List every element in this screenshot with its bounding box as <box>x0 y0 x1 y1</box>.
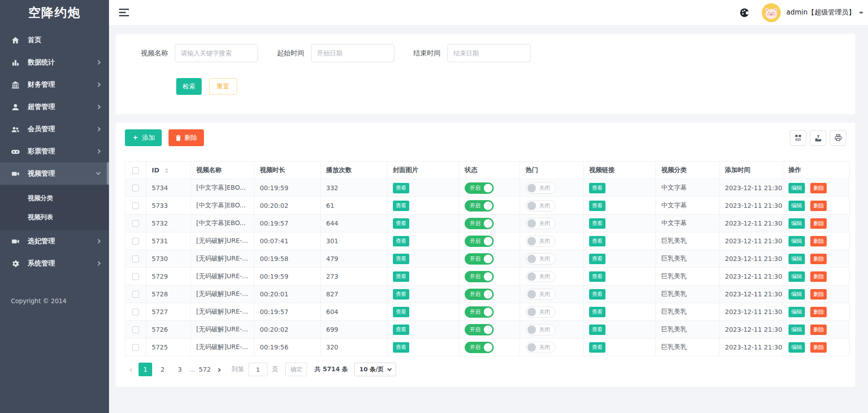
sidebar-scrollbar[interactable] <box>107 162 109 185</box>
status-toggle-on[interactable]: 开启 <box>465 236 494 247</box>
start-date-input[interactable] <box>311 44 394 62</box>
hot-toggle-off[interactable]: 关闭 <box>526 182 556 194</box>
goto-page-input[interactable] <box>248 363 268 376</box>
cover-view-button[interactable]: 查看 <box>393 289 409 300</box>
reset-button[interactable]: 重置 <box>209 78 237 95</box>
sidebar-item-statistics[interactable]: 数据统计 <box>0 51 109 74</box>
delete-button[interactable]: 删除 <box>810 183 827 193</box>
edit-button[interactable]: 编辑 <box>789 183 805 193</box>
video-name-input[interactable] <box>175 44 258 62</box>
row-checkbox[interactable] <box>132 309 139 315</box>
link-view-button[interactable]: 查看 <box>589 307 605 317</box>
delete-button[interactable]: 删除 <box>810 289 827 300</box>
link-view-button[interactable]: 查看 <box>589 201 605 211</box>
export-button[interactable] <box>810 130 826 146</box>
cover-view-button[interactable]: 查看 <box>393 183 409 193</box>
sidebar-item-system[interactable]: 系统管理 <box>0 252 109 275</box>
sidebar-item-concubine[interactable]: 选妃管理 <box>0 230 109 252</box>
link-view-button[interactable]: 查看 <box>589 183 605 193</box>
hot-toggle-off[interactable]: 关闭 <box>526 218 556 229</box>
link-view-button[interactable]: 查看 <box>589 271 605 282</box>
theme-palette-icon[interactable] <box>739 7 750 18</box>
row-checkbox[interactable] <box>132 238 139 245</box>
cover-view-button[interactable]: 查看 <box>393 218 409 229</box>
row-checkbox[interactable] <box>132 256 139 262</box>
sidebar-item-members[interactable]: 会员管理 <box>0 118 109 140</box>
sidebar-item-home[interactable]: 首页 <box>0 29 109 51</box>
edit-button[interactable]: 编辑 <box>789 271 805 282</box>
delete-button[interactable]: 删除 <box>810 307 827 317</box>
row-checkbox[interactable] <box>132 202 139 209</box>
delete-button[interactable]: 删除 <box>810 201 827 211</box>
edit-button[interactable]: 编辑 <box>789 236 805 246</box>
link-view-button[interactable]: 查看 <box>589 342 605 353</box>
delete-button[interactable]: 删除 <box>810 342 827 353</box>
hot-toggle-off[interactable]: 关闭 <box>526 271 556 282</box>
link-view-button[interactable]: 查看 <box>589 236 605 246</box>
page-number[interactable]: 572 <box>198 363 212 376</box>
delete-button[interactable]: 删除 <box>810 218 827 229</box>
cover-view-button[interactable]: 查看 <box>393 201 409 211</box>
link-view-button[interactable]: 查看 <box>589 218 605 229</box>
edit-button[interactable]: 编辑 <box>789 218 805 229</box>
cover-view-button[interactable]: 查看 <box>393 254 409 264</box>
hot-toggle-off[interactable]: 关闭 <box>526 289 556 300</box>
hot-toggle-off[interactable]: 关闭 <box>526 342 556 353</box>
page-number[interactable]: 2 <box>156 363 169 376</box>
delete-button[interactable]: 删除 <box>810 236 827 246</box>
end-date-input[interactable] <box>447 44 531 62</box>
row-checkbox[interactable] <box>132 344 139 351</box>
edit-button[interactable]: 编辑 <box>789 201 805 211</box>
status-toggle-on[interactable]: 开启 <box>465 306 494 318</box>
sidebar-item-superadmin[interactable]: 超管管理 <box>0 96 109 118</box>
select-all-checkbox[interactable] <box>132 167 139 174</box>
page-number[interactable]: 1 <box>139 363 152 376</box>
prev-page-icon[interactable]: ‹ <box>125 364 137 375</box>
cover-view-button[interactable]: 查看 <box>393 236 409 246</box>
row-checkbox[interactable] <box>132 291 139 298</box>
status-toggle-on[interactable]: 开启 <box>465 342 494 353</box>
hot-toggle-off[interactable]: 关闭 <box>526 200 556 211</box>
delete-button[interactable]: 删除 <box>810 271 827 282</box>
row-checkbox[interactable] <box>132 220 139 227</box>
cover-view-button[interactable]: 查看 <box>393 307 409 317</box>
hot-toggle-off[interactable]: 关闭 <box>526 236 556 247</box>
edit-button[interactable]: 编辑 <box>789 254 805 264</box>
status-toggle-on[interactable]: 开启 <box>465 200 494 211</box>
row-checkbox[interactable] <box>132 326 139 333</box>
sidebar-item-finance[interactable]: 财务管理 <box>0 74 109 96</box>
hot-toggle-off[interactable]: 关闭 <box>526 306 556 318</box>
avatar[interactable] <box>762 3 781 22</box>
print-button[interactable] <box>830 130 846 146</box>
next-page-icon[interactable]: › <box>213 364 225 375</box>
search-button[interactable]: 检索 <box>176 78 202 95</box>
page-size-select[interactable]: 10 条/页 <box>354 363 396 376</box>
status-toggle-on[interactable]: 开启 <box>465 289 494 300</box>
toggle-columns-button[interactable] <box>790 130 806 146</box>
link-view-button[interactable]: 查看 <box>589 324 605 335</box>
page-number[interactable]: 3 <box>173 363 187 376</box>
cover-view-button[interactable]: 查看 <box>393 342 409 353</box>
sidebar-item-video-category[interactable]: 视频分类 <box>0 188 109 207</box>
sidebar-item-lottery[interactable]: 彩票管理 <box>0 140 109 162</box>
hot-toggle-off[interactable]: 关闭 <box>526 324 556 335</box>
sidebar-item-video-list[interactable]: 视频列表 <box>0 207 109 226</box>
hot-toggle-off[interactable]: 关闭 <box>526 253 556 265</box>
status-toggle-on[interactable]: 开启 <box>465 324 494 335</box>
link-view-button[interactable]: 查看 <box>589 289 605 300</box>
status-toggle-on[interactable]: 开启 <box>465 218 494 229</box>
status-toggle-on[interactable]: 开启 <box>465 253 494 265</box>
status-toggle-on[interactable]: 开启 <box>465 271 494 282</box>
cover-view-button[interactable]: 查看 <box>393 271 409 282</box>
edit-button[interactable]: 编辑 <box>789 307 805 317</box>
edit-button[interactable]: 编辑 <box>789 289 805 300</box>
bulk-delete-button[interactable]: 删除 <box>169 129 204 146</box>
goto-confirm-button[interactable]: 确定 <box>285 363 307 376</box>
edit-button[interactable]: 编辑 <box>789 342 805 353</box>
menu-toggle-icon[interactable] <box>119 9 129 16</box>
edit-button[interactable]: 编辑 <box>789 324 805 335</box>
status-toggle-on[interactable]: 开启 <box>465 182 494 194</box>
row-checkbox[interactable] <box>132 273 139 280</box>
sort-icon[interactable] <box>164 167 169 174</box>
delete-button[interactable]: 删除 <box>810 324 827 335</box>
